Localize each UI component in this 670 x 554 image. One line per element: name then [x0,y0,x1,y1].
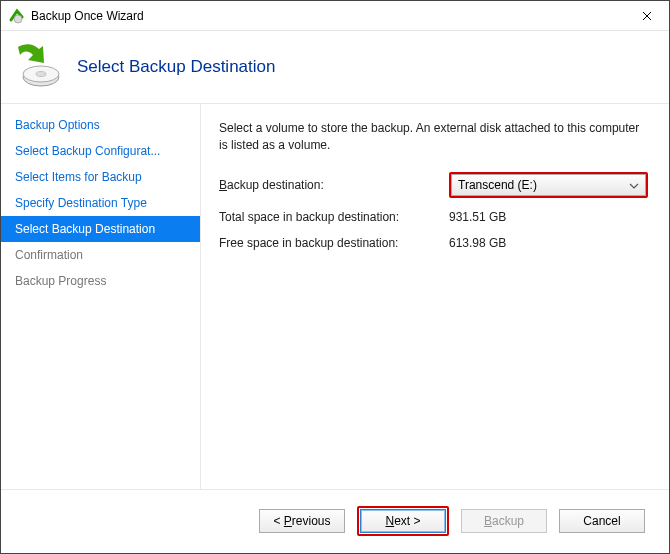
wizard-window: Backup Once Wizard Select Backup Destina… [0,0,670,554]
sidebar-item-select-items[interactable]: Select Items for Backup [1,164,200,190]
backup-button: Backup [461,509,547,533]
wizard-footer: < Previous Next > Backup Cancel [1,489,669,551]
sidebar-item-backup-progress: Backup Progress [1,268,200,294]
chevron-down-icon [629,180,639,190]
content-panel: Select a volume to store the backup. An … [201,104,669,489]
backup-destination-dropdown[interactable]: Transcend (E:) [451,174,646,196]
window-title: Backup Once Wizard [31,9,624,23]
sidebar-item-select-destination[interactable]: Select Backup Destination [1,216,200,242]
cancel-button[interactable]: Cancel [559,509,645,533]
page-title: Select Backup Destination [77,57,275,77]
backup-destination-highlight: Transcend (E:) [449,172,648,198]
wizard-steps-sidebar: Backup Options Select Backup Configurat.… [1,104,201,489]
previous-button[interactable]: < Previous [259,509,345,533]
titlebar: Backup Once Wizard [1,1,669,31]
wizard-body: Backup Options Select Backup Configurat.… [1,104,669,489]
backup-icon [11,41,63,93]
next-button-highlight: Next > [357,506,449,536]
row-free-space: Free space in backup destination: 613.98… [219,236,651,250]
app-icon [9,8,25,24]
sidebar-item-destination-type[interactable]: Specify Destination Type [1,190,200,216]
value-free-space: 613.98 GB [449,236,506,250]
label-free-space: Free space in backup destination: [219,236,449,250]
svg-point-0 [14,15,22,23]
close-button[interactable] [624,1,669,30]
sidebar-item-confirmation: Confirmation [1,242,200,268]
value-total-space: 931.51 GB [449,210,506,224]
svg-point-3 [36,72,46,77]
label-backup-destination: Backup destination: [219,178,449,192]
description-text: Select a volume to store the backup. An … [219,120,651,154]
wizard-header: Select Backup Destination [1,31,669,103]
sidebar-item-backup-options[interactable]: Backup Options [1,112,200,138]
backup-destination-selected: Transcend (E:) [458,178,537,192]
sidebar-item-backup-config[interactable]: Select Backup Configurat... [1,138,200,164]
label-total-space: Total space in backup destination: [219,210,449,224]
next-button[interactable]: Next > [360,509,446,533]
row-total-space: Total space in backup destination: 931.5… [219,210,651,224]
row-backup-destination: Backup destination: Transcend (E:) [219,172,651,198]
